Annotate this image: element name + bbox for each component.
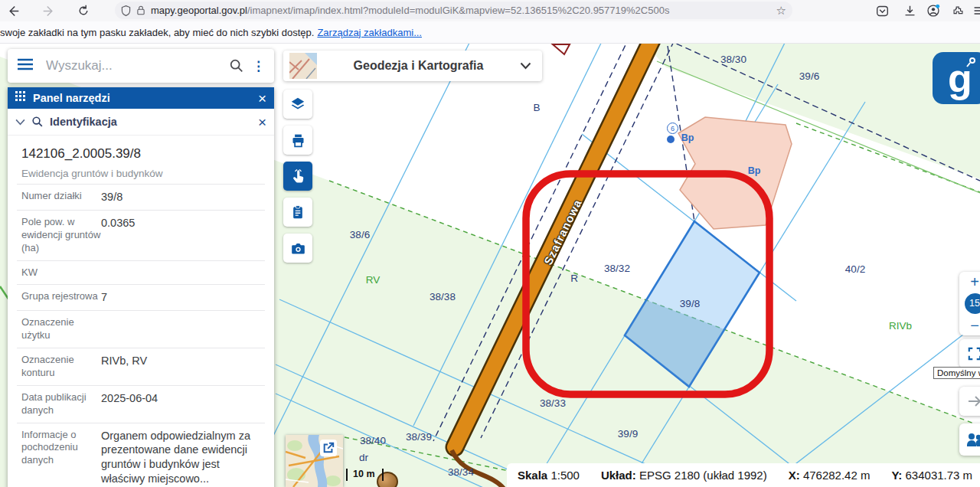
panel-title: Panel narzędzi	[33, 92, 258, 104]
extensions-icon[interactable]	[949, 2, 966, 19]
row-label: Oznaczenie użytku	[21, 316, 101, 342]
zoom-in-button[interactable]: +	[959, 272, 980, 292]
url-bar[interactable]: mapy.geoportal.gov.pl/imapnext/imap/inde…	[115, 2, 792, 19]
pocket-icon[interactable]	[874, 2, 890, 19]
layers-icon[interactable]	[283, 90, 312, 119]
zoom-control: + 15 −	[959, 272, 980, 335]
chevron-down-icon[interactable]	[520, 59, 531, 73]
row-label: Data publikacji danych	[21, 391, 101, 417]
identify-icon[interactable]	[283, 162, 312, 191]
attribute-table: Numer działki39/8Pole pow. w ewidencji g…	[17, 184, 265, 487]
row-value: 0.0365	[101, 216, 265, 255]
building-number-marker: 6	[667, 123, 678, 134]
bookmark-hint: swoje zakładki na tym pasku zakładek, ab…	[0, 27, 314, 38]
search-bar: ⋮	[8, 49, 274, 83]
clipboard-icon[interactable]	[283, 198, 312, 227]
module-title: Geodezja i Kartografia	[317, 59, 520, 73]
menu-icon[interactable]	[971, 2, 980, 19]
row-value	[101, 266, 265, 279]
lock-icon[interactable]	[136, 5, 145, 15]
parcel-id: 142106_2.0005.39/8	[21, 146, 265, 162]
chevron-down-icon[interactable]	[15, 115, 25, 129]
account-icon[interactable]	[925, 2, 942, 19]
next-view-button[interactable]	[959, 387, 980, 416]
grid-icon	[15, 91, 26, 105]
row-value: 2025-06-04	[101, 391, 265, 417]
module-header[interactable]: Geodezja i Kartografia	[283, 51, 542, 81]
bookmarks-bar: swoje zakładki na tym pasku zakładek, ab…	[0, 21, 980, 44]
forward-icon[interactable]	[40, 2, 57, 19]
sidebar: ⋮ Panel narzędzi × Identyfikacja ×	[8, 49, 274, 487]
table-row: Pole pow. w ewidencji gruntów (ha)0.0365	[17, 210, 265, 260]
camera-icon[interactable]	[283, 234, 312, 263]
close-icon[interactable]: ×	[258, 91, 266, 106]
map-viewport[interactable]: 38/3039/6BBpBp38/6RV38/3838/32R39/840/2R…	[0, 43, 980, 487]
row-value: 7	[101, 290, 265, 305]
zoom-level-badge: 15	[965, 293, 980, 314]
fullscreen-icon[interactable]	[959, 339, 980, 368]
row-label: Oznaczenie konturu	[21, 354, 101, 380]
row-value: 39/8	[101, 190, 265, 204]
zoom-out-button[interactable]: −	[959, 315, 980, 335]
row-label: KW	[21, 266, 101, 279]
table-row: Grupa rejestrowa7	[17, 284, 265, 310]
kebab-icon[interactable]: ⋮	[252, 58, 265, 74]
map-label: R	[570, 273, 578, 284]
row-value: RIVb, RV	[101, 354, 265, 380]
search-icon[interactable]	[229, 58, 244, 74]
map-label: 38/34	[448, 466, 474, 478]
identify-search-icon	[31, 116, 44, 128]
scale-bar: 10 m	[346, 469, 384, 481]
module-thumbnail-icon	[289, 53, 317, 79]
row-label: Pole pow. w ewidencji gruntów (ha)	[21, 216, 101, 255]
map-label: dr	[359, 452, 368, 463]
map-label: 39/6	[799, 70, 819, 82]
map-label: 38/40	[360, 435, 386, 446]
geoportal-logo[interactable]: g	[933, 52, 980, 104]
print-icon[interactable]	[283, 126, 312, 155]
url-text: mapy.geoportal.gov.pl/imapnext/imap/inde…	[151, 5, 776, 16]
map-label: RV	[366, 274, 381, 286]
coordinate-y: 634031.73 m	[906, 469, 973, 482]
hamburger-icon[interactable]	[17, 57, 34, 74]
table-row: Numer działki39/8	[17, 184, 265, 210]
panel-body: 142106_2.0005.39/8 Ewidencja gruntów i b…	[8, 136, 274, 487]
star-icon[interactable]: ☆	[776, 4, 786, 18]
crs-value: EPSG 2180 (układ 1992)	[639, 469, 767, 482]
map-label: 38/6	[350, 229, 370, 240]
panel-header: Panel narzędzi ×	[8, 87, 274, 109]
reload-icon[interactable]	[75, 2, 92, 19]
row-value: Organem odpowiedzialnym za prezentowane …	[101, 429, 265, 487]
table-row: Informacje o pochodzeniu danychOrganem o…	[17, 423, 265, 487]
tools-panel: Panel narzędzi × Identyfikacja × 142106_…	[8, 87, 274, 487]
scale-label: Skala	[518, 469, 547, 482]
back-icon[interactable]	[5, 2, 21, 19]
search-input[interactable]	[44, 57, 229, 74]
table-row: Data publikacji danych2025-06-04	[17, 385, 265, 423]
table-row: KW	[17, 260, 265, 285]
external-link-icon[interactable]	[320, 440, 337, 456]
map-label: 39/8	[680, 298, 700, 309]
manage-bookmarks-link[interactable]: Zarządzaj zakładkami...	[317, 27, 422, 38]
map-label: 40/2	[845, 263, 865, 275]
table-row: Oznaczenie użytku	[17, 310, 265, 348]
logo-sprout-icon	[965, 57, 977, 73]
browser-toolbar: mapy.geoportal.gov.pl/imapnext/imap/inde…	[0, 0, 980, 22]
crs-label: Układ:	[601, 469, 636, 482]
map-label: 38/38	[430, 291, 456, 302]
close-icon[interactable]: ×	[258, 115, 266, 129]
map-label: B	[533, 102, 540, 113]
shield-icon[interactable]	[121, 5, 131, 16]
row-label: Grupa rejestrowa	[21, 290, 101, 305]
download-icon[interactable]	[901, 2, 918, 19]
community-icon[interactable]	[959, 423, 980, 456]
map-label: 39/9	[618, 428, 638, 440]
scale-value: 1:500	[550, 469, 580, 482]
map-label: Bp	[748, 165, 761, 176]
table-row: Oznaczenie konturuRIVb, RV	[17, 348, 265, 385]
row-value	[101, 316, 265, 342]
map-label: 38/39	[406, 431, 432, 443]
landuse-point-marker	[667, 136, 675, 143]
row-label: Numer działki	[21, 190, 101, 204]
map-label: Bp	[681, 132, 694, 143]
